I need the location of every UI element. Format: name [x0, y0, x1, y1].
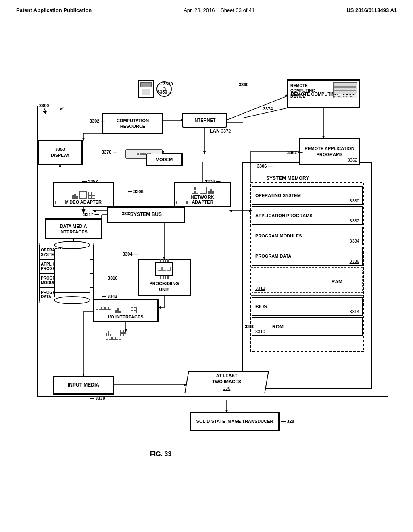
ref-3320-label: — 3320 [157, 81, 173, 87]
ref-3308: — 3308 [128, 189, 144, 194]
computation-resource-box: COMPUTATIONRESOURCE [102, 113, 163, 133]
ref-3330-label1: 3330 — [157, 89, 173, 95]
ref-3304: 3304 — [123, 251, 138, 257]
date-sheet-label: Apr. 28, 2016 Sheet 33 of 41 [184, 7, 254, 13]
ref-3362: 3362 — [287, 150, 303, 155]
ref-3300: 3300 [39, 103, 49, 108]
prog-data-memory-box: PROGRAM DATA 3336 [252, 247, 363, 265]
io-interfaces-box: I/O INTERFACES [94, 299, 158, 322]
patent-header: Patent Application Publication Apr. 28, … [0, 0, 413, 17]
svg-line-66 [227, 96, 287, 120]
ref-3376: 3376 — [205, 179, 221, 184]
svg-marker-82 [82, 138, 85, 141]
lan-label: LAN 3372 [210, 128, 231, 135]
ref-3374: 3374 [263, 106, 273, 112]
at-least-two-images-box: AT LEASTTWO IMAGES330 [184, 371, 269, 393]
svg-marker-69 [203, 151, 206, 154]
figure-label: FIG. 33 [150, 451, 171, 458]
solid-state-transducer-box: SOLID-STATE IMAGE TRANSDUCER [190, 412, 279, 430]
ref-3360-label: 3360 — [239, 82, 254, 87]
svg-marker-31 [44, 111, 47, 114]
remote-app-programs-box: REMOTE APPLICATION PROGRAMS 3362 [299, 138, 360, 164]
rom-box: ROM 3310 [252, 318, 363, 336]
storage-cylinder [54, 241, 90, 304]
ref-3302-second: 3302 — [122, 211, 138, 216]
os-memory-box: OPERATING SYSTEM 3330 [252, 187, 363, 205]
prog-modules-memory-box: PROGRAM MODULES 3334 [252, 227, 363, 245]
system-memory-label: SYSTEM MEMORY [266, 175, 309, 181]
data-media-interfaces-box: DATA MEDIAINTERFACES [45, 219, 102, 239]
internet-box: INTERNET [182, 113, 227, 127]
ref-3316: 3316 [108, 275, 117, 281]
io-adapter-grid-bottom [96, 307, 111, 310]
input-media-box: INPUT MEDIA [53, 376, 114, 394]
ref-3352: — 3352 [82, 179, 98, 184]
ref-3310-outside: 3310 [245, 324, 254, 329]
ref-3342: — 3342 [102, 293, 117, 299]
processing-unit-box: PROCESSINGUNIT [138, 259, 190, 295]
keyboard-icon-io [106, 330, 154, 340]
video-adapter-grid [55, 201, 73, 204]
publication-label: Patent Application Publication [16, 7, 92, 13]
ref-3300-arrow: ↙ [59, 105, 64, 112]
net-adapter-grid-bottom [176, 201, 194, 204]
system-bus-box: SYSTEM BUS [108, 207, 184, 223]
ref-3306: 3306 — [257, 163, 273, 169]
svg-marker-41 [229, 210, 232, 212]
ref-3378: 3378 — [102, 149, 117, 155]
remote-computing-device-box: REMOTE COMPUTING DEVICE REMOTECOMPUTINGD… [287, 80, 360, 108]
ref-3302-comp: 3302 — [90, 118, 105, 124]
display-box: 3350DISPLAY [38, 140, 82, 164]
ref-328: — 328 [281, 418, 294, 424]
diagram-area: 3300 ↙ — 3320 3330 — 3360 — REMOTE COMPU… [13, 25, 400, 489]
modem-box: MODEM [146, 154, 182, 166]
app-programs-memory-box: APPLICATION PROGRAMS 3332 [252, 207, 363, 225]
bios-box: BIOS 3314 [252, 297, 363, 316]
svg-line-84 [43, 108, 45, 112]
ram-box: RAM 3312 [252, 271, 363, 292]
ref-3338: — 3338 [90, 395, 105, 401]
ref-3317: 3317 — [83, 212, 99, 217]
patent-number-label: US 2016/0113493 A1 [346, 7, 397, 13]
